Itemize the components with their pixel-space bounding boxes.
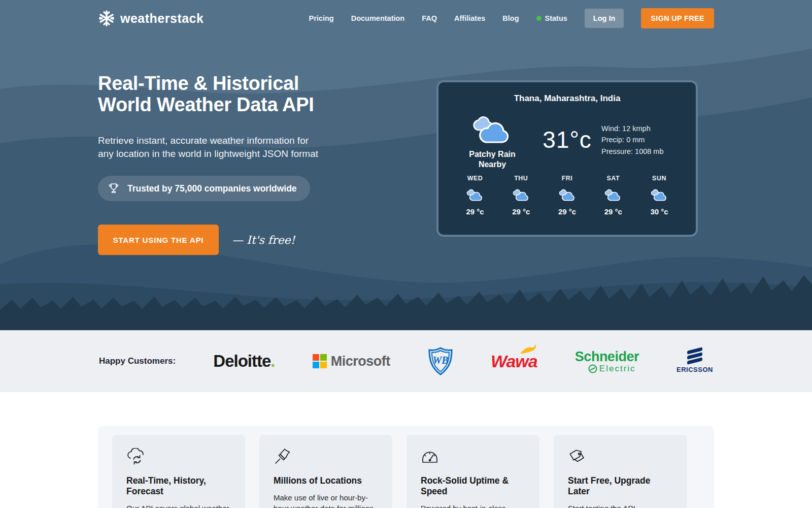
status-dot-icon <box>536 16 542 21</box>
feature-body: Powered by best-in-class cloud infrastru… <box>421 503 525 508</box>
microsoft-logo: Microsoft <box>313 354 390 369</box>
forecast-day-label: THU <box>514 175 528 182</box>
forecast-day-label: FRI <box>562 175 573 182</box>
wawa-goose-icon <box>519 343 539 355</box>
feature-card-free-plan: Start Free, Upgrade Later Start testing … <box>554 435 687 508</box>
cloud-icon <box>557 187 578 202</box>
forecast-day-label: SUN <box>652 175 666 182</box>
forecast-day: SUN 30 °c <box>643 175 675 216</box>
feature-body: Our API covers global weather data acros… <box>126 503 231 508</box>
nav-links: Pricing Documentation FAQ Affiliates Blo… <box>309 8 714 28</box>
warner-bros-logo: WB <box>428 347 453 375</box>
nav-item-blog[interactable]: Blog <box>502 14 519 22</box>
login-button[interactable]: Log In <box>585 9 624 28</box>
cta-row: START USING THE API — It's free! <box>98 225 423 255</box>
weather-wind: Wind: 12 kmph <box>601 123 683 134</box>
top-navigation: weatherstack Pricing Documentation FAQ A… <box>0 0 812 37</box>
weather-condition: Patchy Rain Nearby <box>464 149 520 170</box>
weather-temperature: 31°c <box>533 126 601 153</box>
forecast-day-label: WED <box>467 175 483 182</box>
ericsson-word: ERICSSON <box>676 366 713 373</box>
schneider-emblem-icon <box>588 364 597 373</box>
start-api-button[interactable]: START USING THE API <box>98 225 219 255</box>
deloitte-logo: Deloitte. <box>213 352 275 371</box>
feature-body: Make use of live or hour-by-hour weather… <box>274 492 378 508</box>
schneider-word: Schneider <box>575 349 639 365</box>
ericsson-bars-icon <box>687 349 702 363</box>
hero-subtitle-line1: Retrieve instant, accurate weather infor… <box>98 135 309 146</box>
microsoft-squares-icon <box>313 354 327 368</box>
signup-button[interactable]: SIGN UP FREE <box>641 8 714 28</box>
forecast-day-label: SAT <box>606 175 620 182</box>
brand-logo[interactable]: weatherstack <box>98 10 204 27</box>
features-container: Real-Time, History, Forecast Our API cov… <box>98 426 714 508</box>
pushpin-icon <box>274 448 292 465</box>
forecast-day: FRI 29 °c <box>551 175 584 216</box>
feature-card-locations: Millions of Locations Make use of live o… <box>259 435 392 508</box>
forecast-day: SAT 29 °c <box>597 175 629 216</box>
feature-card-realtime: Real-Time, History, Forecast Our API cov… <box>112 435 245 508</box>
hero-section: weatherstack Pricing Documentation FAQ A… <box>0 0 812 330</box>
trophy-icon <box>107 182 120 195</box>
weather-pressure: Pressure: 1008 mb <box>601 146 683 157</box>
electric-word: Electric <box>599 364 636 374</box>
page-title-line2: World Weather Data API <box>98 94 314 115</box>
status-label: Status <box>545 14 567 22</box>
cloud-sync-icon <box>126 448 147 465</box>
nav-item-status[interactable]: Status <box>536 14 567 22</box>
microsoft-word: Microsoft <box>331 354 390 369</box>
weather-precip: Precip: 0 mm <box>601 134 683 145</box>
weather-location: Thana, Maharashtra, India <box>452 93 683 104</box>
weather-current: Patchy Rain Nearby 31°c Wind: 12 kmph Pr… <box>452 111 683 170</box>
snowflake-icon <box>98 10 115 27</box>
cloud-icon <box>603 187 623 202</box>
hero-subtitle-line2: any location in the world in lightweight… <box>98 148 318 159</box>
deloitte-word: Deloitte <box>213 352 270 370</box>
feature-card-uptime: Rock-Solid Uptime & Speed Powered by bes… <box>407 435 539 508</box>
ericsson-logo: ERICSSON <box>676 349 713 373</box>
features-section: Real-Time, History, Forecast Our API cov… <box>0 392 812 508</box>
schneider-electric-logo: Schneider Electric <box>575 349 639 374</box>
brand-name: weatherstack <box>120 11 204 26</box>
svg-text:WB: WB <box>432 355 448 366</box>
customers-label: Happy Customers: <box>99 356 176 366</box>
forecast-row: WED 29 °c THU 29 °c FRI 29 °c SAT 29 °c … <box>452 175 683 216</box>
hero-content: Real-Time & Historical World Weather Dat… <box>98 73 423 255</box>
page-title-line1: Real-Time & Historical <box>98 73 299 94</box>
customers-strip: Happy Customers: Deloitte. Microsoft WB … <box>0 330 812 392</box>
nav-item-faq[interactable]: FAQ <box>422 14 437 22</box>
forecast-temp: 29 °c <box>466 207 484 216</box>
weather-widget: Thana, Maharashtra, India Patchy Rain Ne… <box>436 80 698 237</box>
weather-details: Wind: 12 kmph Precip: 0 mm Pressure: 100… <box>601 123 683 157</box>
hero-subtitle: Retrieve instant, accurate weather infor… <box>98 134 423 161</box>
feature-title: Real-Time, History, Forecast <box>126 475 231 497</box>
cloud-icon <box>511 187 531 202</box>
nav-item-documentation[interactable]: Documentation <box>351 14 405 22</box>
forecast-day: THU 29 °c <box>505 175 537 216</box>
nav-item-affiliates[interactable]: Affiliates <box>454 14 485 22</box>
feature-title: Start Free, Upgrade Later <box>568 475 672 497</box>
forecast-temp: 29 °c <box>558 207 576 216</box>
cta-free-note: — It's free! <box>232 234 295 246</box>
forecast-temp: 29 °c <box>604 207 622 216</box>
cloud-icon <box>465 187 485 202</box>
trust-badge-text: Trusted by 75,000 companies worldwide <box>127 183 297 194</box>
tags-icon <box>568 448 588 465</box>
feature-title: Millions of Locations <box>274 475 378 486</box>
cloudy-weather-icon <box>470 111 515 146</box>
trust-badge: Trusted by 75,000 companies worldwide <box>98 176 310 201</box>
forecast-temp: 29 °c <box>512 207 530 216</box>
feature-title: Rock-Solid Uptime & Speed <box>421 475 525 497</box>
nav-item-pricing[interactable]: Pricing <box>309 14 334 22</box>
cloud-icon <box>649 187 669 202</box>
page-title: Real-Time & Historical World Weather Dat… <box>98 73 423 116</box>
deloitte-dot: . <box>270 352 275 370</box>
wawa-logo: Wawa <box>491 352 537 371</box>
forecast-temp: 30 °c <box>650 207 668 216</box>
gauge-icon <box>421 448 441 465</box>
forecast-day: WED 29 °c <box>459 175 491 216</box>
feature-body: Start testing the API immediately by sig… <box>568 503 672 508</box>
